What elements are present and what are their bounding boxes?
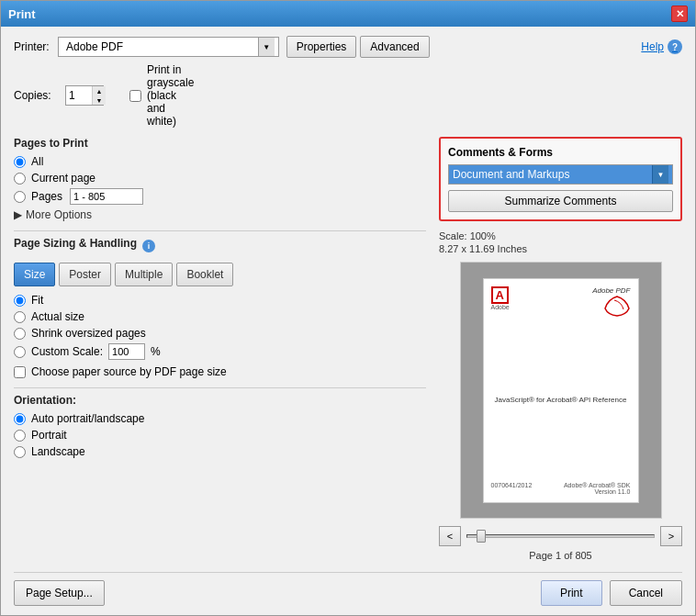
grayscale-checkbox[interactable] xyxy=(129,90,141,102)
comments-forms-box: Comments & Forms Document and Markups ▼ … xyxy=(439,137,682,221)
multiple-button[interactable]: Multiple xyxy=(115,263,173,286)
portrait-radio[interactable] xyxy=(14,430,26,442)
all-radio[interactable] xyxy=(14,156,26,168)
shrink-option: Shrink oversized pages xyxy=(14,327,426,340)
shrink-radio[interactable] xyxy=(14,328,26,340)
percent-sign: % xyxy=(151,345,161,358)
preview-container: A Adobe Adobe PDF xyxy=(460,262,662,519)
orientation-section: Orientation: Auto portrait/landscape Por… xyxy=(14,394,426,458)
slider-track xyxy=(466,534,655,538)
current-page-option: Current page xyxy=(14,172,426,185)
document-markups-dropdown[interactable]: Document and Markups ▼ xyxy=(448,164,673,185)
landscape-label: Landscape xyxy=(31,445,85,458)
dialog-body: Printer: Adobe PDF ▼ Properties Advanced… xyxy=(1,27,695,615)
portrait-option: Portrait xyxy=(14,429,426,442)
auto-orientation-radio[interactable] xyxy=(14,413,26,425)
pages-range-input[interactable] xyxy=(70,188,143,205)
dialog-title: Print xyxy=(8,7,36,21)
adobe-pdf-right: Adobe PDF xyxy=(592,286,630,318)
scale-input[interactable] xyxy=(108,343,145,360)
printer-select[interactable]: Adobe PDF ▼ xyxy=(58,37,279,57)
cancel-button[interactable]: Cancel xyxy=(610,580,682,606)
page-sizing-header: Page Sizing & Handling i xyxy=(14,237,426,255)
more-options-label: More Options xyxy=(26,208,92,221)
actual-size-label: Actual size xyxy=(31,310,84,323)
actual-size-radio[interactable] xyxy=(14,311,26,323)
more-options-row[interactable]: ▶ More Options xyxy=(14,208,426,221)
dropdown-arrow: ▼ xyxy=(652,165,668,184)
comments-forms-title: Comments & Forms xyxy=(448,146,673,159)
footer-left: 0070641/2012 xyxy=(491,482,533,495)
page-sizing-section: Page Sizing & Handling i Size Poster Mul… xyxy=(14,237,426,378)
preview-section: Scale: 100% 8.27 x 11.69 Inches A Adobe … xyxy=(439,230,682,561)
current-page-radio[interactable] xyxy=(14,173,26,185)
pages-section-title: Pages to Print xyxy=(14,137,426,150)
bottom-right-buttons: Print Cancel xyxy=(541,580,682,606)
custom-scale-label: Custom Scale: xyxy=(31,345,103,358)
printer-value: Adobe PDF xyxy=(62,40,258,53)
left-panel: Pages to Print All Current page Pages xyxy=(14,137,426,561)
preview-center: JavaScript® for Acrobat® API Reference xyxy=(495,396,627,404)
copies-down-button[interactable]: ▼ xyxy=(93,95,106,105)
summarize-comments-button[interactable]: Summarize Comments xyxy=(448,190,673,212)
adobe-swoosh xyxy=(603,295,631,318)
dimensions-info: 8.27 x 11.69 Inches xyxy=(439,243,682,254)
prev-page-button[interactable]: < xyxy=(439,526,461,546)
copies-input-group: ▲ ▼ xyxy=(65,85,104,106)
booklet-button[interactable]: Booklet xyxy=(176,263,233,286)
page-sizing-title: Page Sizing & Handling xyxy=(14,237,137,250)
grayscale-row: Print in grayscale (black and white) xyxy=(129,63,191,128)
paper-source-label: Choose paper source by PDF page size xyxy=(31,365,227,378)
auto-orientation-label: Auto portrait/landscape xyxy=(31,412,144,425)
page-sizing-info-icon: i xyxy=(142,240,155,252)
copies-up-button[interactable]: ▲ xyxy=(93,86,106,95)
pages-radio[interactable] xyxy=(14,191,26,203)
size-button[interactable]: Size xyxy=(14,263,55,286)
print-button[interactable]: Print xyxy=(541,580,602,606)
nav-row: < > xyxy=(439,526,682,546)
close-button[interactable]: ✕ xyxy=(671,6,688,22)
orientation-radio-group: Auto portrait/landscape Portrait Landsca… xyxy=(14,412,426,458)
divider-2 xyxy=(14,387,426,388)
fit-radio[interactable] xyxy=(14,295,26,307)
adobe-pdf-label: Adobe PDF xyxy=(592,286,630,295)
pages-option: Pages xyxy=(14,188,426,205)
copies-label: Copies: xyxy=(14,89,58,102)
fit-label: Fit xyxy=(31,294,43,307)
help-icon: ? xyxy=(668,39,682,54)
fit-option: Fit xyxy=(14,294,426,307)
pages-radio-group: All Current page Pages xyxy=(14,155,426,205)
printer-dropdown-arrow[interactable]: ▼ xyxy=(258,38,275,56)
preview-header: A Adobe Adobe PDF xyxy=(491,286,631,318)
custom-scale-radio[interactable] xyxy=(14,346,26,358)
slider-thumb[interactable] xyxy=(477,530,486,543)
preview-title: JavaScript® for Acrobat® API Reference xyxy=(495,396,627,404)
actual-size-option: Actual size xyxy=(14,310,426,323)
help-label: Help xyxy=(641,40,664,53)
preview-page: A Adobe Adobe PDF xyxy=(483,278,639,503)
shrink-label: Shrink oversized pages xyxy=(31,327,146,340)
print-dialog: Print ✕ Printer: Adobe PDF ▼ Properties … xyxy=(0,0,696,616)
poster-button[interactable]: Poster xyxy=(59,263,111,286)
printer-label: Printer: xyxy=(14,40,58,53)
landscape-radio[interactable] xyxy=(14,446,26,458)
adobe-logo: A Adobe xyxy=(491,286,510,310)
preview-footer: 0070641/2012 Adobe® Acrobat® SDKVersion … xyxy=(491,482,631,495)
advanced-button[interactable]: Advanced xyxy=(360,36,429,58)
page-slider[interactable] xyxy=(466,526,655,546)
adobe-text: Adobe xyxy=(491,304,510,310)
next-page-button[interactable]: > xyxy=(660,526,682,546)
orientation-title: Orientation: xyxy=(14,394,426,407)
right-panel: Comments & Forms Document and Markups ▼ … xyxy=(439,137,682,561)
copies-spinners: ▲ ▼ xyxy=(92,86,106,105)
all-pages-option: All xyxy=(14,155,426,168)
copies-input[interactable] xyxy=(66,88,92,103)
sizing-buttons: Size Poster Multiple Booklet xyxy=(14,263,426,286)
properties-button[interactable]: Properties xyxy=(286,36,357,58)
scale-info: Scale: 100% xyxy=(439,230,682,241)
help-link[interactable]: Help ? xyxy=(641,39,682,54)
page-setup-button[interactable]: Page Setup... xyxy=(14,580,105,606)
adobe-logo-icon: A xyxy=(491,286,509,304)
bottom-row: Page Setup... Print Cancel xyxy=(14,572,682,606)
paper-source-checkbox[interactable] xyxy=(14,366,26,378)
